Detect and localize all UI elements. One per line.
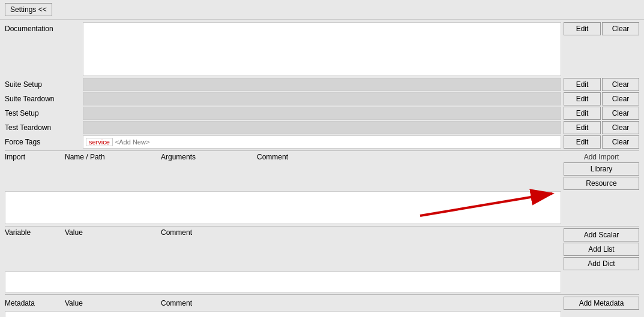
- add-list-button[interactable]: Add List: [564, 243, 639, 256]
- settings-button[interactable]: Settings <<: [5, 3, 52, 16]
- force-tags-add-new-input[interactable]: [115, 138, 558, 146]
- test-setup-input[interactable]: [83, 107, 561, 120]
- import-table-body: [5, 191, 561, 224]
- force-tags-label: Force Tags: [5, 138, 83, 146]
- add-scalar-button[interactable]: Add Scalar: [564, 228, 639, 241]
- test-setup-clear-button[interactable]: Clear: [602, 107, 639, 120]
- metadata-value-header: Value: [65, 299, 161, 307]
- documentation-label: Documentation: [5, 22, 83, 33]
- documentation-clear-button[interactable]: Clear: [602, 22, 639, 35]
- suite-setup-label: Suite Setup: [5, 80, 83, 89]
- suite-setup-edit-button[interactable]: Edit: [564, 78, 601, 91]
- test-teardown-label: Test Teardown: [5, 123, 83, 132]
- force-tags-edit-button[interactable]: Edit: [564, 135, 601, 149]
- import-args-header: Arguments: [161, 153, 257, 161]
- suite-setup-input[interactable]: [83, 78, 561, 91]
- force-tags-service-badge[interactable]: service: [86, 138, 113, 146]
- add-metadata-button[interactable]: Add Metadata: [564, 297, 639, 310]
- add-import-label: Add Import: [564, 153, 639, 161]
- import-name-header: Name / Path: [65, 153, 161, 161]
- import-col-header: Import: [5, 153, 65, 161]
- resource-button[interactable]: Resource: [564, 177, 639, 190]
- metadata-col-header: Metadata: [5, 299, 65, 307]
- add-dict-button[interactable]: Add Dict: [564, 257, 639, 270]
- import-comment-header: Comment: [257, 153, 561, 161]
- suite-teardown-input[interactable]: [83, 92, 561, 105]
- test-teardown-input[interactable]: [83, 121, 561, 134]
- documentation-edit-button[interactable]: Edit: [564, 22, 601, 35]
- library-button[interactable]: Library: [564, 162, 639, 176]
- metadata-comment-header: Comment: [161, 299, 561, 307]
- suite-teardown-edit-button[interactable]: Edit: [564, 92, 601, 105]
- suite-teardown-label: Suite Teardown: [5, 95, 83, 103]
- variable-col-header: Variable: [5, 228, 65, 237]
- variable-comment-header: Comment: [161, 228, 561, 237]
- test-setup-edit-button[interactable]: Edit: [564, 107, 601, 120]
- metadata-table-body: [5, 311, 561, 317]
- suite-setup-clear-button[interactable]: Clear: [602, 78, 639, 91]
- test-teardown-clear-button[interactable]: Clear: [602, 121, 639, 134]
- test-teardown-edit-button[interactable]: Edit: [564, 121, 601, 134]
- variable-table-body: [5, 271, 561, 292]
- force-tags-clear-button[interactable]: Clear: [602, 135, 639, 149]
- documentation-textarea[interactable]: [83, 22, 561, 76]
- suite-teardown-clear-button[interactable]: Clear: [602, 92, 639, 105]
- test-setup-label: Test Setup: [5, 109, 83, 117]
- variable-value-header: Value: [65, 228, 161, 237]
